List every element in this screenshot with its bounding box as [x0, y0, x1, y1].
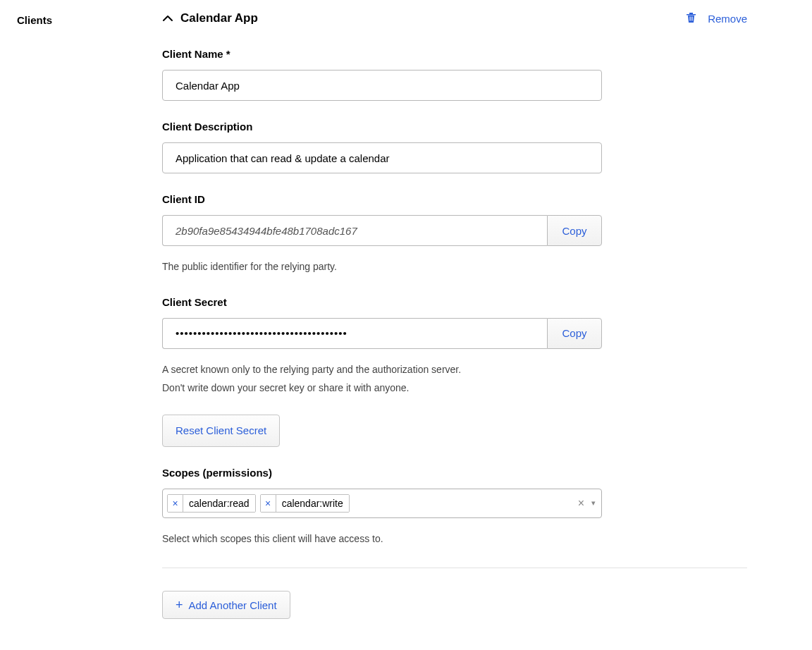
scope-tag-label: calendar:write [276, 495, 349, 512]
scope-tag-label: calendar:read [183, 495, 255, 512]
client-description-label: Client Description [162, 121, 747, 133]
client-description-input[interactable] [162, 142, 602, 173]
scopes-multiselect[interactable]: × calendar:read × calendar:write × ▾ [162, 489, 602, 518]
client-secret-label: Client Secret [162, 296, 747, 308]
trash-icon [686, 12, 696, 25]
client-id-value: 2b90fa9e85434944bfe48b1708adc167 [162, 215, 547, 246]
client-id-help: The public identifier for the relying pa… [162, 257, 747, 276]
add-another-client-button[interactable]: + Add Another Client [162, 591, 290, 619]
scope-tag: × calendar:read [167, 494, 256, 513]
remove-label: Remove [708, 13, 747, 25]
scope-tag: × calendar:write [260, 494, 350, 513]
client-name-input[interactable] [162, 70, 602, 101]
copy-client-secret-button[interactable]: Copy [547, 318, 602, 349]
scopes-help: Select which scopes this client will hav… [162, 529, 747, 548]
add-another-client-label: Add Another Client [189, 599, 277, 611]
client-secret-help-2: Don't write down your secret key or shar… [162, 379, 747, 398]
divider [162, 568, 747, 568]
client-secret-help: A secret known only to the relying party… [162, 360, 747, 398]
client-name-label: Client Name * [162, 48, 747, 60]
svg-rect-1 [691, 16, 692, 20]
client-title: Calendar App [180, 11, 258, 25]
client-secret-value: ••••••••••••••••••••••••••••••••••••••• [162, 318, 547, 349]
client-secret-help-1: A secret known only to the relying party… [162, 360, 747, 379]
remove-tag-icon[interactable]: × [261, 495, 276, 512]
copy-client-id-button[interactable]: Copy [547, 215, 602, 246]
scopes-label: Scopes (permissions) [162, 467, 747, 479]
clear-all-icon[interactable]: × [578, 497, 584, 510]
dropdown-caret-icon[interactable]: ▾ [591, 498, 596, 508]
section-title-clients: Clients [17, 11, 162, 26]
svg-rect-0 [690, 16, 691, 20]
reset-client-secret-button[interactable]: Reset Client Secret [162, 415, 280, 447]
chevron-up-icon[interactable] [162, 13, 173, 24]
remove-tag-icon[interactable]: × [168, 495, 183, 512]
plus-icon: + [176, 599, 183, 611]
client-id-label: Client ID [162, 193, 747, 205]
remove-client-link[interactable]: Remove [686, 12, 747, 25]
